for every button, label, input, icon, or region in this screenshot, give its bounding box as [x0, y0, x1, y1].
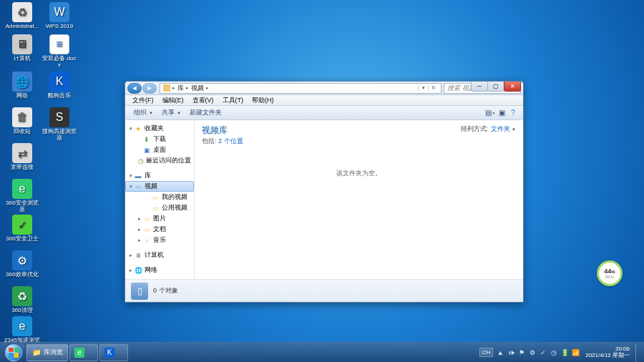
desktop-icon[interactable]: WWPS 2019 [42, 2, 77, 30]
close-button[interactable]: ✕ [504, 82, 521, 92]
breadcrumb-item[interactable]: 库 [175, 84, 186, 93]
desktop-icon[interactable]: S搜狗高速浏览器 [42, 107, 77, 142]
forward-button[interactable]: ► [142, 83, 157, 94]
menu-item[interactable]: 编辑(E) [158, 95, 188, 106]
desktop-icon[interactable]: ⚙360效率优化 [4, 250, 40, 278]
help-button[interactable]: ? [507, 107, 519, 119]
back-button[interactable]: ◄ [127, 83, 142, 94]
menu-item[interactable]: 文件(F) [128, 95, 158, 106]
tray-icon[interactable]: ◷ [550, 348, 558, 357]
app-icon: W [49, 2, 69, 22]
tree-label: 桌面 [153, 145, 166, 155]
show-desktop-button[interactable] [635, 343, 641, 362]
tree-label: 文档 [153, 225, 166, 234]
tray-icon[interactable]: ⚑ [517, 348, 526, 357]
arrange-dropdown[interactable]: 文件夹▼ [491, 124, 516, 134]
desktop-icon[interactable]: e360安全浏览器 [4, 179, 40, 213]
tree-node[interactable]: ▸🖥计算机 [125, 250, 194, 260]
taskbar-task[interactable]: e [69, 344, 98, 361]
tree-node[interactable]: ◷最近访问的位置 [125, 155, 194, 166]
tree-label: 音乐 [153, 235, 166, 245]
share-button[interactable]: 共享▼ [157, 107, 185, 119]
tree-label: 公用视频 [162, 203, 187, 212]
desktop-icon[interactable]: ⇄宽带连接 [4, 143, 40, 171]
maximize-button[interactable]: ▢ [487, 82, 504, 92]
tray-icon[interactable]: 🔋 [560, 348, 569, 357]
minimize-button[interactable]: ─ [471, 82, 488, 92]
tree-node[interactable]: ▭我的视频 [125, 192, 194, 202]
folder-icon: ▣ [142, 146, 151, 154]
tree-node[interactable]: ▾▭视频 [125, 181, 194, 192]
tray-icon[interactable]: ✓ [539, 348, 547, 357]
address-dropdown[interactable]: ▾ [418, 85, 428, 91]
tray-icon[interactable]: ▲ [496, 348, 504, 357]
view-mode-button[interactable]: ▤▼ [484, 107, 496, 119]
new-folder-button[interactable]: 新建文件夹 [185, 107, 226, 119]
tree-node[interactable]: ▣桌面 [125, 145, 194, 155]
tree-node[interactable]: ▾▬库 [125, 170, 194, 181]
status-bar: ▯ 0 个对象 [125, 279, 523, 302]
icon-label: 搜狗高速浏览器 [42, 129, 77, 142]
menu-item[interactable]: 帮助(H) [248, 95, 278, 106]
desktop-icon[interactable]: 🖥计算机 [4, 34, 40, 62]
desktop-icon[interactable]: 🌐网络 [4, 72, 40, 99]
nav-bar: ◄ ► ▸ 库 ▸ 视频 ▸ ▾ ↻ 搜索 视频 [125, 82, 523, 95]
folder-icon: ▭ [151, 193, 160, 201]
refresh-button[interactable]: ↻ [428, 85, 438, 91]
icon-label: 360安全卫士 [4, 236, 40, 243]
desktop-icon[interactable]: ≡安装必备.docx [42, 34, 77, 69]
organize-button[interactable]: 组织▼ [130, 107, 157, 119]
tray-icon[interactable]: ⚙ [528, 348, 537, 357]
menu-item[interactable]: 查看(V) [188, 95, 218, 106]
perf-gauge[interactable]: 44% 0K/s [597, 260, 623, 286]
address-bar[interactable]: ▸ 库 ▸ 视频 ▸ ▾ ↻ [160, 83, 441, 94]
toolbar: 组织▼ 共享▼ 新建文件夹 ▤▼ ▣ ? [125, 106, 523, 120]
tree-label: 库 [145, 171, 151, 180]
start-button[interactable] [1, 343, 26, 362]
tray-icon[interactable]: 🕪 [507, 348, 515, 357]
icon-label: 360清理 [4, 308, 40, 314]
content-pane: 视频库 包括: 2 个位置 排列方式: 文件夹▼ 该文件夹为空。 [195, 120, 523, 279]
taskbar-task[interactable]: K [99, 344, 128, 361]
preview-pane-button[interactable]: ▣ [496, 107, 507, 119]
menu-item[interactable]: 工具(T) [218, 95, 248, 106]
desktop-icon[interactable]: ♻360清理 [4, 286, 40, 314]
icon-label: 计算机 [4, 56, 40, 62]
status-icon: ▯ [131, 283, 148, 300]
app-icon: e [12, 179, 32, 199]
app-icon: 🖥 [12, 34, 32, 54]
tree-node[interactable]: ▾★收藏夹 [125, 123, 194, 134]
task-icon: e [74, 348, 84, 358]
folder-icon: ▭ [142, 225, 151, 233]
desktop-icon[interactable]: 🗑回收站 [4, 107, 40, 135]
desktop-icon[interactable]: ♻Administrat... [4, 2, 40, 30]
task-icon: K [104, 348, 114, 358]
tree-label: 收藏夹 [145, 124, 164, 133]
folder-icon: ▭ [134, 182, 142, 190]
desktop-icon[interactable]: K酷狗音乐 [42, 72, 77, 99]
tree-node[interactable]: ▸🌐网络 [125, 265, 194, 275]
tree-node[interactable]: ⬇下载 [125, 134, 194, 145]
icon-label: WPS 2019 [42, 24, 77, 30]
folder-icon: ♪ [142, 236, 151, 244]
folder-icon: ▬ [134, 172, 142, 180]
icon-label: Administrat... [4, 24, 40, 30]
tray-icon[interactable]: 📶 [571, 348, 580, 357]
clock[interactable]: 20:06 2021/4/12 星期一 [582, 346, 633, 359]
tree-node[interactable]: ▸♪音乐 [125, 235, 194, 245]
desktop-icon[interactable]: ✓360安全卫士 [4, 215, 40, 243]
breadcrumb-item[interactable]: 视频 [189, 84, 206, 93]
app-icon: K [49, 72, 69, 92]
taskbar-task[interactable]: 📁库浏览 [26, 344, 68, 361]
app-icon: ≡ [49, 34, 69, 54]
tree-node[interactable]: ▸▭图片 [125, 213, 194, 224]
empty-message: 该文件夹为空。 [195, 149, 523, 279]
task-icon: 📁 [31, 348, 42, 358]
lang-indicator[interactable]: CH [479, 348, 494, 357]
app-icon: ♻ [12, 2, 32, 22]
tree-node[interactable]: ▸▭文档 [125, 224, 194, 235]
nav-tree: ▾★收藏夹⬇下载▣桌面◷最近访问的位置▾▬库▾▭视频▭我的视频▭公用视频▸▭图片… [125, 120, 195, 279]
app-icon: ⚙ [12, 250, 32, 270]
library-locations-link[interactable]: 2 个位置 [218, 137, 243, 145]
tree-node[interactable]: ▭公用视频 [125, 202, 194, 213]
